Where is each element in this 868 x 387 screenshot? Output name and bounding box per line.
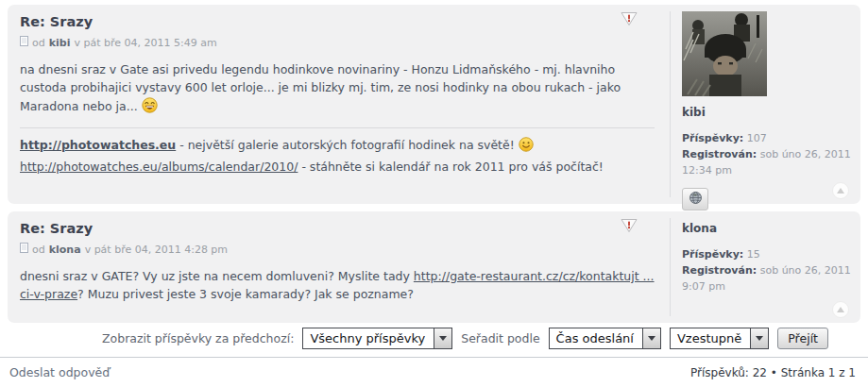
sort-label: Seřadit podle [461,331,539,345]
go-button[interactable]: Přejít [777,328,828,349]
sort-select[interactable]: Čas odeslání [549,328,661,349]
post-content-column: Re: Srazy odklonav pát bře 04, 2011 4:28… [20,219,655,304]
author-link[interactable]: klona [49,244,81,256]
smile-smiley-icon [519,137,534,157]
post-content-column: Re: Srazy odkibiv pát bře 04, 2011 5:49 … [20,12,655,176]
display-options-bar: Zobrazit příspěvky za předchozí: Všechny… [102,327,828,350]
post-date: v pát bře 04, 2011 5:49 am [74,37,216,49]
meta-od-label: od [32,244,45,256]
sort-select-value: Čas odeslání [550,328,642,348]
registered-label: Registrován: [682,148,757,160]
profile-details: Příspěvky: 107 Registrován: sob úno 26, … [682,130,855,178]
signature-text: - největší galerie autorských fotografií… [176,138,518,152]
signature: http://photowatches.eu - největší galeri… [20,127,655,176]
posts-label: Příspěvky: [682,248,743,261]
post-icon[interactable] [20,243,28,256]
post-message: na dnesni sraz v Gate asi privedu legend… [20,61,655,118]
post-reply-link[interactable]: Odeslat odpověď [9,365,110,379]
post: Re: Srazy odklonav pát bře 04, 2011 4:28… [8,211,860,323]
profile-details: Příspěvky: 15 Registrován: sob úno 26, 2… [682,246,855,294]
avatar [682,11,767,96]
meta-od-label: od [32,37,45,49]
post-text: dnesni sraz v GATE? Vy uz jste na necem … [20,269,414,283]
signature-text: - stáhněte si kalendář na rok 2011 pro v… [298,160,603,174]
filter-select-value: Všechny příspěvky [303,328,434,348]
up-arrow-icon [837,307,844,312]
author-link[interactable]: kibi [49,37,71,49]
posts-count: 107 [747,132,767,144]
forum-topic-page: Re: Srazy odkibiv pát bře 04, 2011 5:49 … [0,0,868,387]
chevron-down-icon [750,328,768,348]
posts-count: 15 [747,248,760,261]
post-meta: odkibiv pát bře 04, 2011 5:49 am [20,36,655,49]
post-profile: kibi Příspěvky: 107 Registrován: sob úno… [670,11,855,197]
topic-stats: Příspěvků: 22 • Stránka 1 z 1 [690,366,856,379]
filter-select[interactable]: Všechny příspěvky [302,328,452,349]
signature-link-photowatches[interactable]: http://photowatches.eu [20,138,176,152]
profile-username[interactable]: kibi [682,106,855,119]
profile-posts-line: Příspěvky: 15 [682,246,855,262]
website-button[interactable] [682,188,708,210]
post-text: na dnesni sraz v Gate asi privedu legend… [20,62,621,113]
report-post-icon[interactable] [620,218,638,237]
chevron-down-icon [434,328,451,348]
chevron-down-icon [642,328,660,348]
top-button[interactable] [832,301,849,318]
filter-label: Zobrazit příspěvky za předchozí: [102,331,294,345]
post-date: v pát bře 04, 2011 4:28 pm [85,244,228,256]
signature-line: http://photowatches.eu/albums/calendar/2… [20,158,655,176]
registered-label: Registrován: [682,264,757,277]
top-button[interactable] [832,182,849,199]
post: Re: Srazy odkibiv pát bře 04, 2011 5:49 … [8,5,860,204]
posts-label: Příspěvky: [682,132,743,144]
post-message: dnesni sraz v GATE? Vy uz jste na necem … [20,268,655,304]
signature-line: http://photowatches.eu - největší galeri… [20,136,655,157]
order-select-value: Vzestupně [671,328,750,348]
post-title-link[interactable]: Re: Srazy [20,14,93,29]
globe-icon [689,191,703,209]
post-profile: klona Příspěvky: 15 Registrován: sob úno… [670,218,855,316]
order-select[interactable]: Vzestupně [670,328,769,349]
post-meta: odklonav pát bře 04, 2011 4:28 pm [20,243,655,256]
profile-registered-line: Registrován: sob úno 26, 2011 12:34 pm [682,146,855,178]
report-post-icon[interactable] [620,11,638,30]
profile-username[interactable]: klona [682,222,855,235]
post-icon[interactable] [20,36,28,49]
profile-registered-line: Registrován: sob úno 26, 2011 9:07 pm [682,262,855,294]
grin-smiley-icon [142,97,158,119]
signature-link-calendar[interactable]: http://photowatches.eu/albums/calendar/2… [20,160,298,174]
up-arrow-icon [837,188,844,194]
post-title-link[interactable]: Re: Srazy [20,221,93,236]
profile-posts-line: Příspěvky: 107 [682,130,855,146]
post-text: ? Muzu privest jeste 3 svoje kamarady? J… [77,287,414,301]
footer-divider [0,357,868,358]
